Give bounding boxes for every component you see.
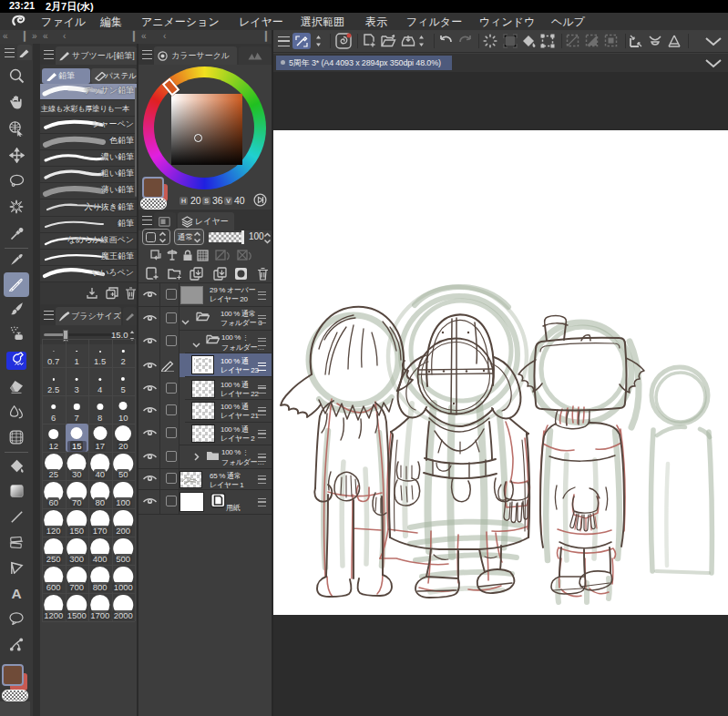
svg-text:A: A [11, 587, 21, 599]
